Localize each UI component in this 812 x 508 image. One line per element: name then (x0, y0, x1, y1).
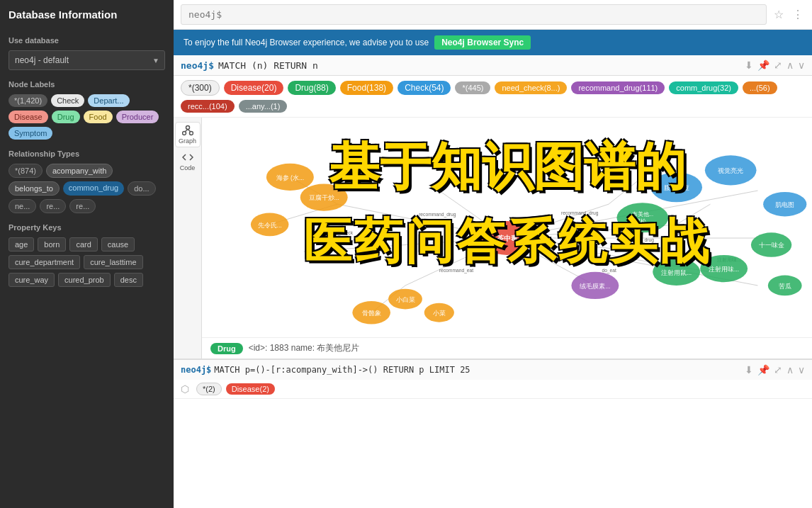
database-select[interactable]: neo4j - default (9, 50, 165, 70)
svg-text:十一味金: 十一味金 (759, 242, 784, 249)
svg-line-3 (185, 130, 188, 132)
relationship-types-area: *(874) acompany_with belongs_to common_d… (9, 164, 165, 213)
graph-area: Graph Code 基于知识图谱的 医药问答系统实战 (174, 118, 812, 359)
rel-all[interactable]: *(874) (9, 164, 43, 178)
bottom-tab-disease[interactable]: Disease(2) (226, 383, 275, 395)
svg-text:recommand_drug: recommand_drug (419, 212, 456, 218)
tag-symptom[interactable]: Symptom (9, 127, 52, 140)
svg-point-0 (186, 126, 189, 130)
expand-icon-2[interactable]: ⤢ (774, 364, 782, 376)
bottom-result-tabs: ⬡ *(2) Disease(2) (174, 380, 812, 399)
tab-56[interactable]: ...(56) (743, 81, 777, 94)
chevron-up-icon-1[interactable]: ∧ (786, 60, 794, 71)
prop-card[interactable]: card (69, 237, 97, 252)
prop-cure-dept[interactable]: cure_department (9, 255, 80, 269)
svg-line-22 (677, 204, 711, 225)
panel-icons-2: ⬇ 📌 ⤢ ∧ ∨ (745, 364, 805, 376)
svg-text:recommand_eat: recommand_eat (439, 268, 473, 273)
download-icon-2[interactable]: ⬇ (745, 364, 753, 376)
prop-cured-prob[interactable]: cured_prob (58, 273, 111, 287)
svg-text:绒毛膜素...: 绒毛膜素... (580, 283, 610, 290)
query2-prompt: neo4j$ (181, 365, 211, 375)
top-icons: ☆ ⋮ (772, 6, 805, 23)
code-tab[interactable]: Code (175, 149, 201, 174)
result-tabs-1: *(300) Disease(20) Drug(88) Food(138) Ch… (174, 76, 812, 118)
pin-icon-2[interactable]: 📌 (757, 364, 769, 376)
svg-text:注射用鼠...: 注射用鼠... (670, 230, 694, 235)
svg-text:do_eat: do_eat (602, 268, 616, 273)
node-info: Drug <id>: 1883 name: 布美他尼片 (202, 337, 812, 359)
node-labels-area: *(1,420) Check Depart... Disease Drug Fo… (9, 94, 165, 140)
tag-disease[interactable]: Disease (9, 111, 48, 123)
tab-check-1[interactable]: Check(54) (397, 81, 451, 95)
expand-icon-1[interactable]: ⤢ (774, 60, 782, 71)
prop-cure-last[interactable]: cure_lasttime (84, 255, 142, 269)
query-panel-2: neo4j$ MATCH p=()-[r:acompany_with]->() … (174, 359, 812, 380)
use-database-label: Use database (9, 36, 165, 45)
svg-text:注射用味...: 注射用味... (709, 266, 739, 273)
rel-belongs[interactable]: belongs_to (9, 181, 60, 196)
tab-disease-1[interactable]: Disease(20) (224, 81, 284, 95)
svg-text:肌电图: 肌电图 (775, 201, 794, 208)
notification-bar: To enjoy the full Neo4j Browser experien… (174, 30, 812, 55)
rel-do[interactable]: do... (128, 181, 155, 196)
chevron-down-icon-1[interactable]: ∨ (798, 60, 805, 71)
tag-check[interactable]: Check (51, 94, 84, 107)
tab-food-1[interactable]: Food(138) (340, 81, 393, 95)
rel-re2[interactable]: re... (69, 199, 96, 213)
rel-common[interactable]: common_drug (63, 181, 124, 196)
tab-more-1[interactable]: *(445) (455, 81, 490, 94)
tag-drug[interactable]: Drug (52, 111, 80, 123)
rel-ne[interactable]: ne... (9, 199, 36, 213)
svg-point-1 (182, 132, 186, 135)
prop-age[interactable]: age (9, 237, 34, 252)
svg-text:need_check: need_check (327, 230, 354, 236)
graph-tab[interactable]: Graph (175, 122, 201, 147)
tag-all[interactable]: *(1,420) (9, 94, 47, 107)
neo4j-input[interactable] (181, 4, 767, 25)
tag-depart[interactable]: Depart... (88, 94, 129, 107)
graph-canvas: 基于知识图谱的 医药问答系统实战 (202, 118, 812, 359)
svg-text:recommand_drug: recommand_drug (561, 210, 599, 216)
tag-producer[interactable]: Producer (116, 111, 159, 123)
prop-desc[interactable]: desc (114, 273, 143, 287)
svg-text:豆腐干炒...: 豆腐干炒... (309, 194, 339, 201)
rel-re1[interactable]: re... (40, 199, 66, 213)
tab-any[interactable]: ...any...(1) (239, 100, 288, 113)
svg-text:视觉亮光: 视觉亮光 (718, 167, 743, 174)
svg-text:尼松...: 尼松... (635, 218, 650, 225)
svg-text:布美他...: 布美他... (632, 211, 653, 218)
pin-icon-1[interactable]: 📌 (757, 60, 769, 71)
prop-born[interactable]: born (38, 237, 66, 252)
database-select-wrapper[interactable]: neo4j - default (9, 50, 165, 70)
svg-text:小白菜: 小白菜 (396, 296, 415, 303)
prop-cause[interactable]: cause (101, 237, 135, 252)
svg-text:小菜: 小菜 (433, 310, 446, 317)
graph-tab-label: Graph (179, 137, 196, 145)
query2-text: MATCH p=()-[r:acompany_with]->() RETURN … (214, 365, 470, 375)
download-icon-1[interactable]: ⬇ (745, 60, 753, 71)
chevron-down-icon-2[interactable]: ∨ (798, 364, 805, 376)
tab-commdrug[interactable]: comm_drug(32) (669, 81, 738, 94)
tab-all-1[interactable]: *(300) (181, 80, 220, 96)
tab-drug-1[interactable]: Drug(88) (288, 81, 335, 95)
svg-text:海参 (水...: 海参 (水... (276, 174, 304, 181)
svg-text:茶中毒: 茶中毒 (497, 235, 518, 242)
tag-food[interactable]: Food (84, 111, 113, 123)
tab-needcheck[interactable]: need_check(8...) (495, 81, 567, 94)
main-area: ☆ ⋮ To enjoy the full Neo4j Browser expe… (174, 0, 812, 508)
menu-icon[interactable]: ⋮ (791, 6, 805, 23)
sync-button[interactable]: Neo4j Browser Sync (434, 35, 531, 50)
tab-recommand[interactable]: recommand_drug(111) (571, 81, 665, 94)
chevron-up-icon-2[interactable]: ∧ (786, 364, 794, 376)
star-icon[interactable]: ☆ (772, 6, 785, 23)
sidebar: Database Information Use database neo4j … (0, 0, 174, 508)
property-keys-area: age born card cause cure_department cure… (9, 237, 165, 287)
view-tabs: Graph Code (174, 118, 202, 359)
svg-line-4 (188, 130, 191, 132)
query-panel-1: neo4j$ MATCH (n) RETURN n ⬇ 📌 ⤢ ∧ ∨ (174, 55, 812, 76)
rel-acompany[interactable]: acompany_with (46, 164, 113, 178)
tab-recc[interactable]: recc...(104) (181, 100, 235, 113)
prop-cure-way[interactable]: cure_way (9, 273, 55, 287)
bottom-tab-all[interactable]: *(2) (196, 383, 222, 395)
